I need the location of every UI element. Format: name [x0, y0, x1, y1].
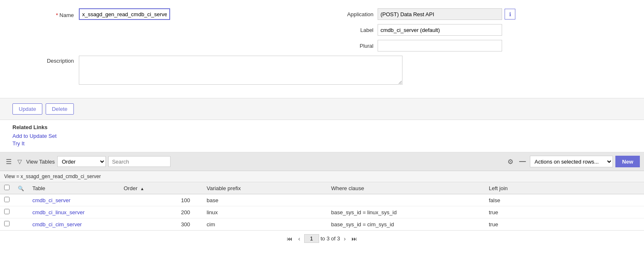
- last-page-button[interactable]: ⏭: [349, 235, 359, 243]
- add-to-update-set-link[interactable]: Add to Update Set: [12, 133, 632, 139]
- hamburger-icon-button[interactable]: ☰: [4, 157, 13, 166]
- search-input[interactable]: [108, 156, 171, 167]
- try-it-link[interactable]: Try It: [12, 140, 632, 147]
- delete-button[interactable]: Delete: [46, 103, 74, 115]
- name-input[interactable]: [79, 8, 170, 20]
- table-row: cmdb_ci_cim_server 300 cim base_sys_id =…: [0, 218, 644, 230]
- plural-input[interactable]: [378, 40, 502, 51]
- gear-icon-button[interactable]: ⚙: [506, 157, 515, 166]
- sort-arrow-icon: ▲: [140, 186, 144, 191]
- view-tables-label: View Tables: [26, 159, 55, 165]
- description-label: Description: [12, 56, 79, 64]
- plural-label: Plural: [344, 43, 378, 49]
- application-input[interactable]: [378, 8, 502, 20]
- table-link-2[interactable]: cmdb_ci_cim_server: [32, 221, 82, 228]
- update-button[interactable]: Update: [12, 103, 42, 115]
- actions-select[interactable]: Actions on selected rows...: [530, 156, 613, 167]
- name-label: Name: [59, 12, 74, 18]
- info-icon-button[interactable]: ℹ: [505, 9, 515, 20]
- select-all-checkbox[interactable]: [4, 185, 10, 190]
- next-page-button[interactable]: ›: [342, 235, 348, 243]
- description-input[interactable]: [79, 56, 402, 85]
- pagination-total: to 3 of 3: [321, 235, 340, 242]
- first-page-button[interactable]: ⏮: [285, 235, 295, 243]
- table-row: cmdb_ci_server 100 base false: [0, 194, 644, 206]
- dash-icon: —: [519, 158, 526, 165]
- row-checkbox-1[interactable]: [4, 209, 10, 214]
- dash-button[interactable]: —: [517, 157, 527, 166]
- column-search-icon: 🔍: [18, 186, 24, 191]
- col-header-left-join: Left join: [489, 185, 508, 191]
- prev-page-button[interactable]: ‹: [296, 235, 302, 243]
- order-select[interactable]: Order Table Variable prefix Where clause…: [57, 156, 106, 167]
- table-row: cmdb_ci_linux_server 200 linux base_sys_…: [0, 206, 644, 218]
- view-info-text: View = x_ssagd_gen_read_cmdb_ci_server: [4, 174, 101, 179]
- label-input[interactable]: [378, 24, 502, 36]
- page-number-input[interactable]: [304, 234, 319, 243]
- required-star: *: [56, 12, 58, 18]
- related-links-heading: Related Links: [12, 124, 632, 130]
- hamburger-icon: ☰: [6, 158, 12, 166]
- col-header-where: Where clause: [331, 185, 364, 191]
- table-link-0[interactable]: cmdb_ci_server: [32, 197, 71, 203]
- filter-icon: ▽: [17, 158, 22, 165]
- table-link-1[interactable]: cmdb_ci_linux_server: [32, 209, 85, 215]
- col-header-order: Order ▲: [124, 185, 144, 191]
- row-checkbox-0[interactable]: [4, 197, 10, 202]
- gear-icon: ⚙: [507, 158, 513, 165]
- application-label: Application: [344, 11, 378, 17]
- label-label: Label: [344, 27, 378, 33]
- col-header-variable: Variable prefix: [207, 185, 241, 191]
- new-button[interactable]: New: [615, 156, 640, 167]
- row-checkbox-2[interactable]: [4, 221, 10, 226]
- col-header-table: Table: [32, 185, 45, 191]
- filter-icon-button[interactable]: ▽: [16, 157, 24, 166]
